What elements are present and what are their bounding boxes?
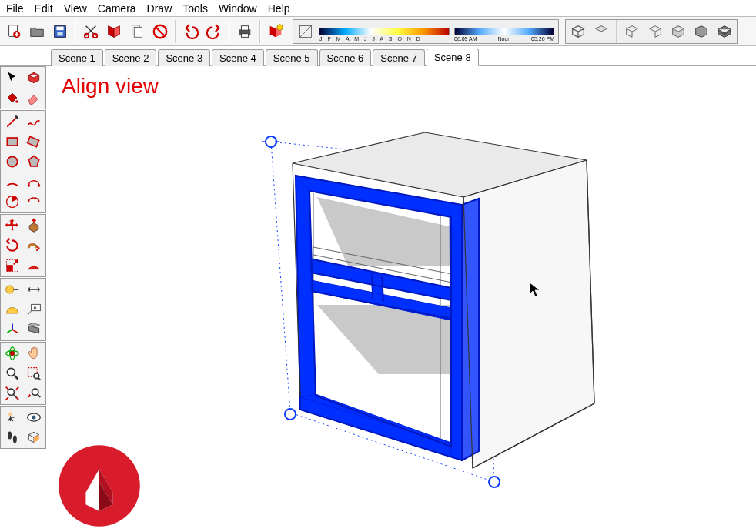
- menu-edit[interactable]: Edit: [35, 2, 53, 15]
- rotate-tool[interactable]: [2, 236, 22, 255]
- freehand-tool[interactable]: [24, 112, 44, 131]
- svg-rect-11: [241, 25, 248, 30]
- app-logo-icon: [57, 443, 142, 528]
- walk-tool[interactable]: [2, 428, 22, 447]
- svg-point-19: [38, 184, 40, 186]
- save-button[interactable]: [49, 21, 71, 42]
- svg-point-36: [32, 416, 36, 420]
- svg-rect-12: [241, 33, 248, 37]
- back-view-button[interactable]: [667, 21, 689, 42]
- svg-rect-8: [134, 27, 142, 37]
- svg-point-26: [10, 351, 15, 356]
- menu-window[interactable]: Window: [219, 2, 257, 15]
- paint-bucket-tool[interactable]: [2, 89, 22, 107]
- front-view-button[interactable]: [621, 21, 643, 42]
- look-around-tool[interactable]: [24, 408, 44, 427]
- previous-view-tool[interactable]: [24, 384, 44, 403]
- menu-camera[interactable]: Camera: [98, 2, 136, 15]
- model-info-button[interactable]: [265, 21, 286, 42]
- orbit-tool[interactable]: [2, 344, 22, 363]
- paste-button[interactable]: [126, 21, 148, 42]
- section-plane-tool[interactable]: [24, 320, 44, 339]
- time-slider[interactable]: [454, 28, 554, 35]
- cut-button[interactable]: [80, 21, 102, 42]
- eraser-tool[interactable]: [24, 89, 44, 107]
- month-labels: J F M A M J J A S O N D: [319, 36, 422, 42]
- select-tool[interactable]: [2, 69, 22, 87]
- time-labels: 06:09 AM Noon 05:26 PM: [454, 36, 554, 42]
- pushpull-tool[interactable]: [24, 216, 44, 235]
- zoom-extents-tool[interactable]: [2, 384, 22, 403]
- menu-help[interactable]: Help: [268, 2, 290, 15]
- svg-point-41: [489, 477, 500, 487]
- dimension-tool[interactable]: [24, 280, 44, 299]
- section-display-tool[interactable]: [24, 428, 44, 447]
- open-file-button[interactable]: [26, 21, 48, 42]
- main-toolbar: J F M A M J J A S O N D 06:09 AM Noon 05…: [0, 17, 756, 46]
- print-button[interactable]: [234, 21, 256, 42]
- undo-button[interactable]: [180, 21, 202, 42]
- shadow-settings-panel: J F M A M J J A S O N D 06:09 AM Noon 05…: [293, 19, 559, 44]
- shadow-toggle-button[interactable]: [297, 23, 314, 40]
- two-point-arc-tool[interactable]: [24, 172, 44, 191]
- scene-tab-5[interactable]: Scene 5: [266, 49, 318, 66]
- tape-measure-tool[interactable]: [2, 280, 22, 299]
- svg-point-13: [277, 24, 283, 29]
- svg-point-33: [32, 389, 38, 395]
- menu-tools[interactable]: Tools: [182, 2, 208, 15]
- circle-tool[interactable]: [2, 152, 22, 171]
- cancel-button[interactable]: [149, 21, 171, 42]
- scene-tab-2[interactable]: Scene 2: [105, 49, 157, 66]
- scene-tab-7[interactable]: Scene 7: [373, 49, 425, 66]
- pan-tool[interactable]: [24, 344, 44, 363]
- axes-tool[interactable]: [2, 320, 22, 339]
- svg-point-15: [15, 100, 18, 102]
- standard-views-panel: [565, 19, 738, 44]
- rectangle-tool[interactable]: [2, 132, 22, 151]
- svg-point-32: [8, 389, 14, 395]
- scene-tab-6[interactable]: Scene 6: [319, 49, 372, 66]
- scene-tabs: Scene 1 Scene 2 Scene 3 Scene 4 Scene 5 …: [0, 46, 756, 66]
- make-component-tool[interactable]: [24, 69, 44, 87]
- offset-tool[interactable]: [24, 256, 44, 275]
- svg-rect-4: [57, 32, 62, 35]
- svg-rect-21: [7, 265, 13, 271]
- text-tool[interactable]: A1: [24, 300, 44, 319]
- zoom-tool[interactable]: [2, 364, 22, 383]
- protractor-tool[interactable]: [2, 300, 22, 319]
- position-camera-tool[interactable]: [2, 408, 22, 427]
- date-slider[interactable]: [319, 28, 450, 35]
- redo-button[interactable]: [203, 21, 225, 42]
- cursor-icon: [529, 282, 541, 301]
- copy-button[interactable]: [103, 21, 125, 42]
- new-file-button[interactable]: [3, 21, 25, 42]
- move-tool[interactable]: [2, 216, 22, 235]
- rotated-rectangle-tool[interactable]: [24, 132, 44, 151]
- svg-point-17: [7, 156, 17, 166]
- scene-tab-3[interactable]: Scene 3: [158, 49, 210, 66]
- pie-tool[interactable]: [2, 192, 22, 211]
- scene-tab-4[interactable]: Scene 4: [212, 49, 264, 66]
- menu-view[interactable]: View: [64, 2, 87, 15]
- top-view-button[interactable]: [590, 21, 612, 42]
- polygon-tool[interactable]: [24, 152, 44, 171]
- menu-file[interactable]: File: [6, 2, 24, 15]
- line-tool[interactable]: [2, 112, 22, 131]
- svg-point-42: [285, 409, 296, 420]
- svg-text:A1: A1: [33, 305, 39, 310]
- scene-tab-8[interactable]: Scene 8: [427, 49, 479, 66]
- menu-draw[interactable]: Draw: [147, 2, 172, 15]
- viewport[interactable]: Align view: [48, 66, 756, 532]
- style-view-button[interactable]: [714, 21, 735, 42]
- scale-tool[interactable]: [2, 256, 22, 275]
- three-point-arc-tool[interactable]: [24, 192, 44, 211]
- svg-point-38: [13, 436, 17, 443]
- scene-tab-1[interactable]: Scene 1: [51, 49, 103, 66]
- left-view-button[interactable]: [691, 21, 712, 42]
- iso-view-button[interactable]: [567, 21, 589, 42]
- arc-tool[interactable]: [2, 172, 22, 191]
- followme-tool[interactable]: [24, 236, 44, 255]
- zoom-window-tool[interactable]: [24, 364, 44, 383]
- right-view-button[interactable]: [644, 21, 666, 42]
- svg-rect-16: [7, 138, 17, 146]
